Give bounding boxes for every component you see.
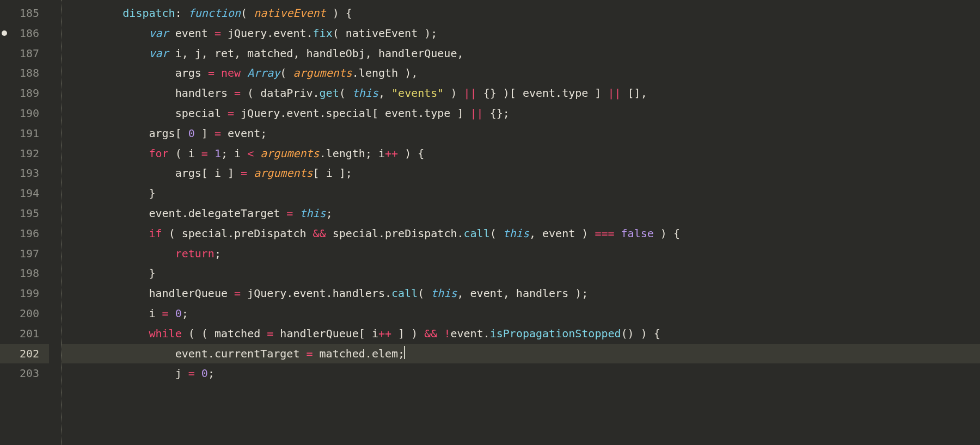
code-token: i	[122, 307, 162, 320]
code-token	[615, 227, 621, 240]
modified-dot-icon	[2, 30, 7, 36]
code-token	[208, 147, 215, 160]
code-token: =	[215, 127, 221, 140]
line-number[interactable]: 200	[0, 304, 49, 324]
line-number[interactable]: 185	[0, 3, 49, 23]
code-token	[437, 327, 444, 340]
code-token: function	[188, 7, 241, 20]
code-token: &&	[424, 327, 437, 340]
code-line[interactable]: special = jQuery.event.special[ event.ty…	[62, 103, 980, 123]
code-token: this	[352, 86, 378, 100]
line-number[interactable]: 193	[0, 163, 49, 183]
code-token: special	[122, 107, 228, 120]
code-token	[122, 227, 149, 240]
code-line[interactable]: event.delegateTarget = this;	[62, 203, 980, 224]
line-number[interactable]: 198	[0, 263, 49, 283]
code-token: 0	[201, 367, 208, 380]
line-number[interactable]: 197	[0, 244, 49, 264]
code-token: var	[149, 47, 169, 60]
line-number[interactable]: 195	[0, 203, 49, 224]
code-token: )	[444, 86, 463, 100]
code-line[interactable]: handlerQueue = jQuery.event.handlers.cal…	[62, 283, 980, 304]
code-token: ( ( matched	[182, 327, 267, 340]
code-token: event.delegateTarget	[122, 207, 286, 220]
code-token: Array	[247, 66, 280, 79]
code-token: =	[208, 66, 215, 79]
line-number[interactable]: 187	[0, 44, 49, 64]
code-token: =	[234, 287, 241, 300]
line-number[interactable]: 202	[0, 344, 49, 364]
code-token: j	[122, 367, 188, 380]
code-token	[122, 247, 175, 260]
code-token: =	[162, 307, 169, 320]
line-number-gutter[interactable]: 1851861871881891901911921931941951961971…	[0, 0, 49, 445]
code-line[interactable]: }	[62, 263, 980, 283]
code-token: if	[149, 227, 162, 240]
line-number[interactable]: 199	[0, 283, 49, 304]
code-line[interactable]: }	[62, 183, 980, 203]
code-token: call	[464, 227, 490, 240]
code-token: 0	[188, 127, 195, 140]
code-line[interactable]: while ( ( matched = handlerQueue[ i++ ] …	[62, 324, 980, 344]
code-token: i, j, ret, matched, handleObj, handlerQu…	[169, 47, 464, 60]
code-token	[122, 267, 149, 280]
code-token: jQuery.event.	[221, 27, 313, 40]
code-token: isPropagationStopped	[490, 327, 621, 340]
code-token: =	[234, 86, 241, 100]
line-number[interactable]: 194	[0, 183, 49, 203]
code-token: ||	[464, 86, 477, 100]
code-token: =	[201, 147, 208, 160]
code-token: [ i ];	[313, 166, 352, 180]
code-token: ( special.preDispatch	[162, 227, 313, 240]
code-line[interactable]: var i, j, ret, matched, handleObj, handl…	[62, 44, 980, 64]
line-number[interactable]: 191	[0, 123, 49, 144]
code-line[interactable]: args[ i ] = arguments[ i ];	[62, 163, 980, 183]
code-token: event.currentTarget	[122, 347, 306, 360]
line-number[interactable]: 192	[0, 144, 49, 164]
fold-strip[interactable]	[49, 0, 62, 445]
code-token: {	[346, 7, 352, 20]
code-editor[interactable]: 1851861871881891901911921931941951961971…	[0, 0, 980, 445]
code-token: handlerQueue	[122, 287, 234, 300]
code-line[interactable]: j = 0;	[62, 363, 980, 384]
code-token: "events"	[391, 86, 444, 100]
code-line[interactable]: if ( special.preDispatch && special.preD…	[62, 224, 980, 244]
code-line[interactable]: var event = jQuery.event.fix( nativeEven…	[62, 23, 980, 44]
code-line[interactable]: i = 0;	[62, 304, 980, 324]
code-token: ||	[470, 107, 483, 120]
code-line[interactable]: return;	[62, 244, 980, 264]
text-cursor	[404, 346, 405, 359]
code-line[interactable]: dispatch: function( nativeEvent ) {	[62, 3, 980, 23]
code-token: jQuery.event.handlers.	[241, 287, 391, 300]
code-token: (	[418, 287, 431, 300]
code-line[interactable]: handlers = ( dataPriv.get( this, "events…	[62, 83, 980, 103]
code-token: ===	[595, 227, 614, 240]
code-token: {	[418, 147, 424, 160]
code-token: while	[149, 327, 182, 340]
code-token: =	[215, 27, 221, 40]
line-number[interactable]: 190	[0, 103, 49, 123]
code-area[interactable]: dispatch: function( nativeEvent ) { var …	[62, 0, 980, 445]
code-token: =	[188, 367, 195, 380]
line-number[interactable]: 196	[0, 224, 49, 244]
code-token: &&	[313, 227, 326, 240]
code-token: )	[326, 7, 346, 20]
line-number[interactable]: 203	[0, 363, 49, 384]
line-number[interactable]: 189	[0, 83, 49, 103]
code-token: nativeEvent	[254, 7, 326, 20]
code-token: <	[247, 147, 254, 160]
code-token: ++	[378, 327, 391, 340]
code-token: ; i	[221, 147, 247, 160]
code-line[interactable]: args = new Array( arguments.length ),	[62, 63, 980, 83]
code-token: jQuery.event.special[ event.type ]	[234, 107, 470, 120]
line-number[interactable]: 201	[0, 324, 49, 344]
code-token: ] )	[391, 327, 424, 340]
code-line[interactable]: event.currentTarget = matched.elem;	[62, 344, 980, 364]
code-line[interactable]: args[ 0 ] = event;	[62, 123, 980, 144]
code-token	[293, 207, 299, 220]
code-line[interactable]: for ( i = 1; i < arguments.length; i++ )…	[62, 144, 980, 164]
line-number[interactable]: 188	[0, 63, 49, 83]
line-number[interactable]: 186	[0, 23, 49, 44]
code-token: this	[431, 287, 457, 300]
code-token: ( i	[169, 147, 201, 160]
